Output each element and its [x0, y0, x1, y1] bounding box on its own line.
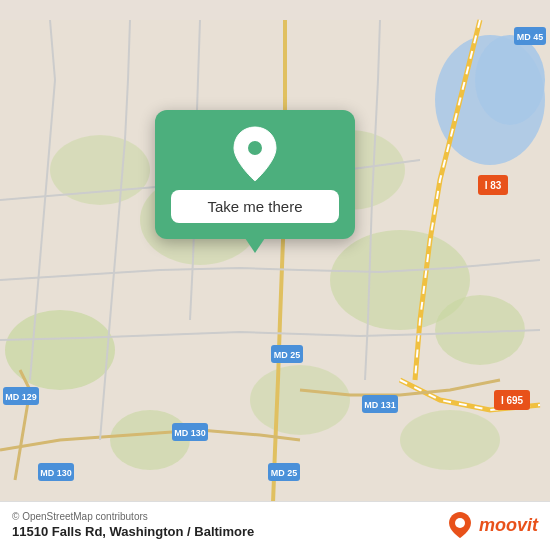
svg-text:MD 129: MD 129	[5, 392, 37, 402]
svg-point-1	[5, 310, 115, 390]
svg-point-30	[247, 140, 263, 156]
svg-text:MD 25: MD 25	[274, 350, 301, 360]
svg-text:MD 25: MD 25	[271, 468, 298, 478]
location-icon-container	[229, 128, 281, 180]
svg-point-9	[400, 410, 500, 470]
bottom-bar: © OpenStreetMap contributors 11510 Falls…	[0, 501, 550, 550]
address-label: 11510 Falls Rd, Washington / Baltimore	[12, 524, 254, 539]
take-me-there-button[interactable]: Take me there	[171, 190, 339, 223]
svg-text:MD 131: MD 131	[364, 400, 396, 410]
bottom-left: © OpenStreetMap contributors 11510 Falls…	[12, 511, 254, 539]
moovit-text: moovit	[479, 515, 538, 536]
svg-text:MD 45: MD 45	[517, 32, 544, 42]
map-svg: I 83 I 695 MD 25 MD 25 MD 45 MD 131 MD 1…	[0, 0, 550, 550]
moovit-icon	[445, 510, 475, 540]
svg-text:I 83: I 83	[485, 180, 502, 191]
svg-point-11	[475, 35, 545, 125]
svg-text:I 695: I 695	[501, 395, 524, 406]
svg-text:MD 130: MD 130	[40, 468, 72, 478]
moovit-logo: moovit	[445, 510, 538, 540]
svg-text:MD 130: MD 130	[174, 428, 206, 438]
svg-point-4	[250, 365, 350, 435]
popup-card: Take me there	[155, 110, 355, 239]
location-pin-icon	[230, 125, 280, 183]
svg-point-5	[435, 295, 525, 365]
svg-point-31	[455, 518, 465, 528]
osm-credit: © OpenStreetMap contributors	[12, 511, 254, 522]
map-container: I 83 I 695 MD 25 MD 25 MD 45 MD 131 MD 1…	[0, 0, 550, 550]
